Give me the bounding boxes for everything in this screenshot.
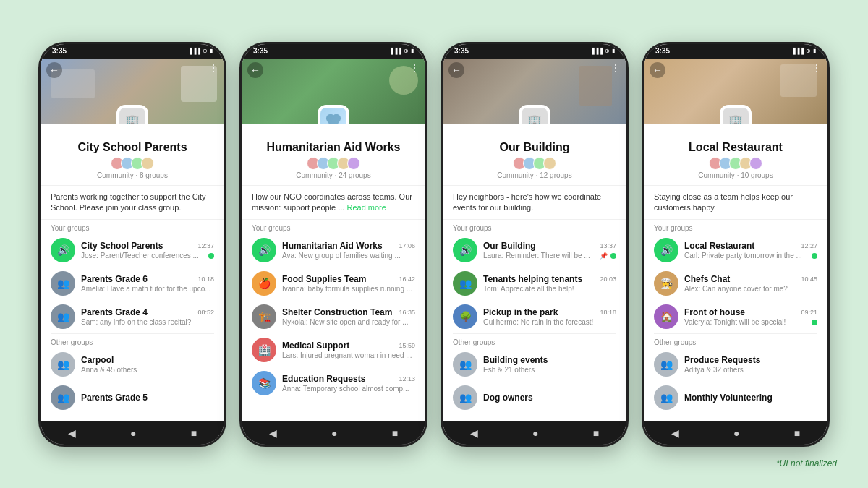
- group-item[interactable]: 🔊 Our Building 13:37 Laura: Reminder: Th…: [443, 234, 626, 267]
- group-avatar: 👥: [654, 385, 678, 410]
- phone-content: City School Parents Community · 8 groups…: [41, 124, 224, 421]
- home-nav-button[interactable]: ●: [733, 427, 739, 439]
- battery-icon: ▮: [411, 48, 414, 54]
- recents-nav-button[interactable]: ■: [794, 427, 800, 439]
- group-list: Your groups 🔊 Local Restaurant 12:27 Car…: [644, 220, 827, 421]
- recents-nav-button[interactable]: ■: [191, 427, 197, 439]
- group-preview: Anna & 45 others: [81, 366, 214, 374]
- back-nav-button[interactable]: ◀: [671, 427, 679, 439]
- group-item[interactable]: 👥 Carpool Anna & 45 others: [41, 348, 224, 381]
- back-button[interactable]: ←: [46, 62, 62, 78]
- wifi-icon: ⊕: [605, 48, 610, 54]
- group-avatar: 🍎: [252, 271, 276, 296]
- more-button[interactable]: ⋮: [610, 62, 621, 74]
- home-nav-button[interactable]: ●: [532, 427, 538, 439]
- group-name: Medical Support: [282, 341, 396, 351]
- community-name: City School Parents: [41, 141, 224, 154]
- group-item[interactable]: 👥 Tenants helping tenants 20:03 Tom: App…: [443, 267, 626, 300]
- group-item[interactable]: 🌳 Pickup in the park 18:18 Guilherme: No…: [443, 300, 626, 333]
- group-item[interactable]: 🔊 Humanitarian Aid Works 17:06 Ava: New …: [242, 234, 425, 267]
- group-item[interactable]: 👥 Dog owners: [443, 381, 626, 414]
- community-icon: 🏢: [116, 105, 148, 124]
- group-time: 12:27: [801, 242, 817, 249]
- community-name: Local Restaurant: [644, 141, 827, 154]
- group-time: 15:59: [399, 342, 415, 349]
- group-preview: Aditya & 32 others: [684, 366, 817, 374]
- group-preview: Guilherme: No rain in the forecast!: [483, 318, 616, 326]
- group-time: 08:52: [197, 309, 214, 316]
- back-nav-button[interactable]: ◀: [68, 427, 76, 439]
- group-name: Tenants helping tenants: [483, 274, 597, 284]
- group-item[interactable]: 👥 Produce Requests Aditya & 32 others: [644, 348, 827, 381]
- community-meta: Community · 24 groups: [242, 171, 425, 179]
- recents-nav-button[interactable]: ■: [392, 427, 398, 439]
- group-preview: Tom: Appreciate all the help!: [483, 285, 616, 293]
- group-item[interactable]: 👥 Parents Grade 6 10:18 Amelia: Have a m…: [41, 267, 224, 300]
- group-avatar: 📚: [252, 371, 276, 395]
- other-groups-label: Other groups: [644, 334, 827, 348]
- group-item[interactable]: 🏗️ Shelter Construction Team 16:35 Nykol…: [242, 300, 425, 333]
- group-name: Food Supplies Team: [282, 274, 396, 284]
- more-button[interactable]: ⋮: [208, 62, 218, 74]
- group-avatar: 👥: [51, 271, 75, 296]
- your-groups-label: Your groups: [443, 220, 626, 234]
- nav-bar: ◀ ● ■: [644, 421, 827, 445]
- group-preview: Valeryia: Tonight will be special!: [684, 318, 809, 326]
- community-icon: 🏢: [720, 105, 752, 124]
- avatar-3: [543, 157, 556, 170]
- back-nav-button[interactable]: ◀: [269, 427, 277, 439]
- status-bar: 3:35 ▐▐▐ ⊕ ▮: [644, 44, 827, 59]
- group-item[interactable]: 🏠 Front of house 09:21 Valeryia: Tonight…: [644, 300, 827, 333]
- status-icons: ▐▐▐ ⊕ ▮: [389, 48, 414, 54]
- group-item[interactable]: 🏥 Medical Support 15:59 Lars: Injured pr…: [242, 333, 425, 367]
- group-item[interactable]: 👥 Monthly Volunteering: [644, 381, 827, 414]
- battery-icon: ▮: [210, 48, 213, 54]
- community-meta: Community · 8 groups: [41, 171, 224, 179]
- status-icons: ▐▐▐ ⊕ ▮: [188, 48, 213, 54]
- back-nav-button[interactable]: ◀: [470, 427, 478, 439]
- group-item[interactable]: 🔊 Local Restaurant 12:27 Carl: Private p…: [644, 234, 827, 267]
- group-name: Humanitarian Aid Works: [282, 241, 396, 251]
- wifi-icon: ⊕: [203, 48, 208, 54]
- group-avatar: 👥: [453, 352, 477, 377]
- group-info: Parents Grade 6 10:18 Amelia: Have a mat…: [81, 274, 214, 293]
- recents-nav-button[interactable]: ■: [593, 427, 599, 439]
- status-icons: ▐▐▐ ⊕ ▮: [590, 48, 615, 54]
- group-item[interactable]: 🍎 Food Supplies Team 16:42 Ivanna: baby …: [242, 267, 425, 300]
- avatars-row: [41, 157, 224, 170]
- group-avatar: 👥: [51, 352, 75, 377]
- hero-image: ← ⋮ 🏢: [41, 59, 224, 124]
- nav-bar: ◀ ● ■: [443, 421, 626, 445]
- group-item[interactable]: 🔊 City School Parents 12:37 Jose: Parent…: [41, 234, 224, 267]
- read-more-link[interactable]: Read more: [346, 203, 386, 212]
- group-info: Education Requests 12:13 Anna: Temporary…: [282, 374, 415, 393]
- group-info: Parents Grade 5: [81, 393, 214, 403]
- status-time: 3:35: [52, 47, 67, 55]
- group-info: Food Supplies Team 16:42 Ivanna: baby fo…: [282, 274, 415, 293]
- group-info: City School Parents 12:37 Jose: Parent/T…: [81, 241, 214, 260]
- home-nav-button[interactable]: ●: [331, 427, 337, 439]
- group-avatar: 🔊: [252, 238, 276, 262]
- community-description: Staying close as a team helps keep our c…: [644, 186, 827, 221]
- group-item[interactable]: 👥 Building events Esh & 21 others: [443, 348, 626, 381]
- community-header: Local Restaurant Community · 10 groups: [644, 124, 827, 186]
- group-time: 16:42: [399, 275, 415, 283]
- community-name: Our Building: [443, 141, 626, 154]
- group-item[interactable]: 👥 Parents Grade 4 08:52 Sam: any info on…: [41, 300, 224, 333]
- group-item[interactable]: 📚 Education Requests 12:13 Anna: Tempora…: [242, 367, 425, 400]
- group-name: Carpool: [81, 355, 211, 365]
- group-name: Monthly Volunteering: [684, 393, 814, 403]
- group-info: Medical Support 15:59 Lars: Injured preg…: [282, 341, 415, 359]
- back-button[interactable]: ←: [247, 62, 263, 78]
- back-button[interactable]: ←: [650, 62, 665, 78]
- group-time: 16:35: [399, 309, 415, 316]
- group-time: 17:06: [399, 242, 415, 249]
- group-item[interactable]: 👨‍🍳 Chefs Chat 10:45 Alex: Can anyone co…: [644, 267, 827, 300]
- home-nav-button[interactable]: ●: [130, 427, 136, 439]
- back-button[interactable]: ←: [448, 62, 464, 78]
- group-info: Front of house 09:21 Valeryia: Tonight w…: [684, 307, 817, 326]
- group-item[interactable]: 👥 Parents Grade 5: [41, 381, 224, 414]
- community-meta: Community · 10 groups: [644, 171, 827, 179]
- more-button[interactable]: ⋮: [409, 62, 420, 74]
- more-button[interactable]: ⋮: [812, 62, 822, 74]
